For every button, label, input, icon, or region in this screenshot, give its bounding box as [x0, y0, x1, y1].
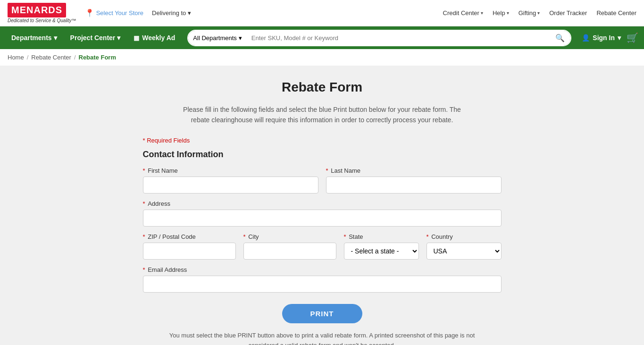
order-tracker-label: Order Tracker — [549, 9, 587, 17]
location-pin-icon: 📍 — [85, 8, 94, 17]
req-star: * — [344, 233, 346, 240]
nav-bar: Departments ▾ Project Center ▾ ▦ Weekly … — [0, 26, 644, 49]
logo-tagline: Dedicated to Service & Quality™ — [8, 18, 76, 23]
delivering-to-label: Delivering to — [152, 9, 186, 17]
country-select[interactable]: USA — [427, 243, 502, 260]
req-star: * — [243, 233, 246, 240]
weekly-ad-icon: ▦ — [134, 34, 139, 42]
first-name-label: * First Name — [143, 167, 318, 174]
departments-nav[interactable]: Departments ▾ — [6, 26, 63, 49]
top-bar-right: Credit Center ▾ Help ▾ Gifting ▾ Order T… — [443, 9, 636, 17]
search-container: All Departments ▾ 🔍 — [187, 30, 571, 46]
chevron-down-icon: ▾ — [507, 10, 509, 16]
rebate-center-label: Rebate Center — [596, 9, 636, 17]
project-center-nav[interactable]: Project Center ▾ — [65, 26, 126, 49]
required-note: * Required Fields — [143, 137, 502, 144]
city-group: * City — [243, 233, 336, 260]
req-star: * — [143, 233, 145, 240]
weekly-ad-nav[interactable]: ▦ Weekly Ad — [128, 26, 181, 49]
contact-info-heading: Contact Information — [143, 150, 502, 160]
breadcrumb-home[interactable]: Home — [8, 54, 24, 61]
zip-group: * ZIP / Postal Code — [143, 233, 236, 260]
email-row: * Email Address — [143, 266, 502, 293]
order-tracker-link[interactable]: Order Tracker — [549, 9, 587, 17]
sign-in-area[interactable]: 👤 Sign In ▾ — [578, 34, 625, 42]
last-name-group: * Last Name — [326, 167, 502, 194]
print-notice: You must select the blue PRINT button ab… — [167, 331, 478, 345]
breadcrumb-sep: / — [74, 54, 76, 61]
country-group: * Country USA — [427, 233, 502, 260]
store-select[interactable]: 📍 Select Your Store — [85, 8, 143, 17]
logo-area: MENARDS Dedicated to Service & Quality™ — [8, 3, 76, 23]
email-label: * Email Address — [143, 266, 502, 273]
address-input[interactable] — [143, 210, 502, 227]
weekly-ad-label: Weekly Ad — [142, 34, 175, 42]
email-input[interactable] — [143, 276, 502, 293]
name-row: * First Name * Last Name — [143, 167, 502, 194]
chevron-down-icon: ▾ — [188, 9, 191, 17]
last-name-input[interactable] — [326, 177, 502, 194]
first-name-input[interactable] — [143, 177, 318, 194]
rebate-form-card: Rebate Form Please fill in the following… — [143, 80, 502, 345]
help-link[interactable]: Help ▾ — [493, 9, 509, 17]
search-icon: 🔍 — [555, 34, 565, 42]
req-star: * — [143, 167, 145, 174]
credit-center-link[interactable]: Credit Center ▾ — [443, 9, 483, 17]
chevron-down-icon: ▾ — [537, 10, 540, 16]
city-label: * City — [243, 233, 336, 240]
rebate-center-link[interactable]: Rebate Center — [596, 9, 636, 17]
req-star: * — [143, 266, 145, 273]
chevron-down-icon: ▾ — [481, 10, 483, 16]
chevron-down-icon: ▾ — [117, 34, 120, 42]
print-btn-container: PRINT — [143, 304, 502, 323]
zip-input[interactable] — [143, 243, 236, 260]
search-dept-selector[interactable]: All Departments ▾ — [188, 31, 246, 45]
req-star: * — [143, 200, 145, 207]
state-group: * State - Select a state - — [344, 233, 419, 260]
menards-logo: MENARDS — [8, 3, 66, 17]
req-star: * — [427, 233, 429, 240]
breadcrumb-sep: / — [27, 54, 29, 61]
gifting-link[interactable]: Gifting ▾ — [519, 9, 540, 17]
address-group: * Address — [143, 200, 502, 227]
email-group: * Email Address — [143, 266, 502, 293]
top-bar: MENARDS Dedicated to Service & Quality™ … — [0, 0, 644, 26]
print-button[interactable]: PRINT — [282, 304, 362, 323]
zip-label: * ZIP / Postal Code — [143, 233, 236, 240]
address-row: * Address — [143, 200, 502, 227]
gifting-label: Gifting — [519, 9, 536, 17]
first-name-group: * First Name — [143, 167, 318, 194]
search-dept-label: All Departments — [193, 34, 236, 42]
address-label: * Address — [143, 200, 502, 207]
chevron-down-icon: ▾ — [54, 34, 57, 42]
city-input[interactable] — [243, 243, 336, 260]
cart-icon[interactable]: 🛒 — [627, 32, 638, 43]
project-center-label: Project Center — [70, 34, 116, 42]
state-label: * State — [344, 233, 419, 240]
search-input[interactable] — [247, 31, 550, 45]
chevron-down-icon: ▾ — [618, 34, 621, 42]
chevron-down-icon: ▾ — [239, 34, 242, 42]
departments-label: Departments — [11, 34, 52, 42]
state-select[interactable]: - Select a state - — [344, 243, 419, 260]
user-icon: 👤 — [582, 34, 590, 42]
main-content: Rebate Form Please fill in the following… — [0, 66, 644, 345]
breadcrumb-current: Rebate Form — [79, 54, 116, 61]
country-label: * Country — [427, 233, 502, 240]
form-title: Rebate Form — [143, 80, 502, 95]
location-row: * ZIP / Postal Code * City * State - Sel — [143, 233, 502, 260]
credit-center-label: Credit Center — [443, 9, 479, 17]
req-star: * — [326, 167, 328, 174]
form-description: Please fill in the following fields and … — [176, 104, 468, 126]
help-label: Help — [493, 9, 505, 17]
breadcrumb: Home / Rebate Center / Rebate Form — [0, 49, 644, 66]
breadcrumb-rebate-center[interactable]: Rebate Center — [31, 54, 71, 61]
delivering-to[interactable]: Delivering to ▾ — [152, 9, 191, 17]
sign-in-label: Sign In — [593, 34, 615, 42]
last-name-label: * Last Name — [326, 167, 502, 174]
top-bar-left: MENARDS Dedicated to Service & Quality™ … — [8, 3, 191, 23]
store-select-label: Select Your Store — [96, 9, 143, 17]
search-button[interactable]: 🔍 — [550, 31, 570, 45]
